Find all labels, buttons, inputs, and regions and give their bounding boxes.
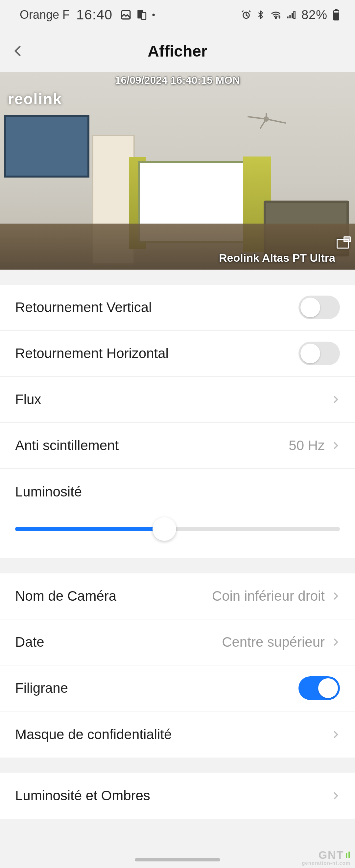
slider-fill [15, 527, 164, 531]
row-horizontal-flip: Retournement Horizontal [0, 331, 355, 377]
header: Afficher [0, 30, 355, 72]
watermark-toggle[interactable] [298, 676, 340, 700]
chevron-right-icon [331, 789, 340, 802]
carrier-label: Orange F [20, 8, 70, 22]
devices-icon [136, 9, 147, 20]
back-button[interactable] [0, 30, 36, 72]
battery-icon [332, 9, 341, 21]
source-watermark: GNTıl generation-nt.com [302, 849, 350, 865]
preview-brand-watermark: reolink [8, 90, 62, 108]
svg-rect-5 [287, 17, 289, 18]
camera-preview[interactable]: 16/09/2024 16:40:15 MON reolink Reolink … [0, 72, 355, 270]
row-privacy-mask[interactable]: Masque de confidentialité [0, 712, 355, 757]
row-stream[interactable]: Flux [0, 377, 355, 423]
preview-timestamp: 16/09/2024 16:40:15 MON [0, 74, 355, 87]
scene-decoration [4, 115, 89, 178]
image-icon [120, 9, 131, 20]
chevron-right-icon [331, 728, 340, 741]
svg-rect-10 [335, 9, 337, 10]
settings-group-overlay: Nom de Caméra Coin inférieur droit Date … [0, 574, 355, 757]
status-bar: Orange F 16:40 • 82% [0, 0, 355, 30]
bluetooth-icon [256, 9, 265, 20]
svg-rect-7 [292, 13, 293, 19]
row-date[interactable]: Date Centre supérieur [0, 619, 355, 665]
row-watermark: Filigrane [0, 665, 355, 712]
row-vertical-flip: Retournement Vertical [0, 285, 355, 331]
battery-text: 82% [301, 8, 327, 22]
ceiling-fan-icon [243, 112, 289, 125]
pip-icon[interactable] [336, 239, 349, 249]
row-label: Filigrane [15, 680, 68, 696]
svg-rect-11 [334, 11, 338, 12]
alarm-icon [241, 9, 252, 20]
vertical-flip-toggle[interactable] [298, 296, 340, 319]
wifi-icon [270, 9, 282, 20]
gesture-bar [135, 858, 220, 861]
row-label: Luminosité et Ombres [15, 788, 150, 804]
chevron-right-icon [331, 590, 340, 603]
row-label: Anti scintillement [15, 438, 119, 454]
preview-camera-name: Reolink Altas PT Ultra [219, 251, 335, 265]
row-value: Coin inférieur droit [212, 588, 325, 604]
page-title: Afficher [0, 42, 355, 60]
row-label: Date [15, 634, 44, 650]
chevron-right-icon [331, 636, 340, 649]
row-label: Luminosité [15, 484, 340, 500]
dot-icon: • [152, 9, 155, 20]
row-label: Flux [15, 392, 41, 407]
row-value: Centre supérieur [222, 634, 325, 650]
brightness-slider[interactable] [15, 522, 340, 536]
row-label: Nom de Caméra [15, 588, 116, 604]
row-label: Retournement Horizontal [15, 346, 169, 361]
row-brightness: Luminosité [0, 469, 355, 558]
svg-point-4 [275, 17, 277, 19]
svg-rect-6 [289, 15, 291, 19]
chevron-left-icon [11, 41, 25, 61]
row-label: Masque de confidentialité [15, 726, 171, 742]
row-antiflicker[interactable]: Anti scintillement 50 Hz [0, 423, 355, 469]
row-camera-name[interactable]: Nom de Caméra Coin inférieur droit [0, 574, 355, 619]
signal-icon [286, 9, 297, 20]
row-value: 50 Hz [289, 438, 325, 454]
horizontal-flip-toggle[interactable] [298, 342, 340, 365]
clock: 16:40 [76, 7, 112, 23]
settings-group-display: Retournement Vertical Retournement Horiz… [0, 285, 355, 558]
watermark-brand: GNT [319, 848, 344, 861]
row-label: Retournement Vertical [15, 300, 152, 315]
svg-rect-8 [294, 11, 295, 18]
slider-thumb[interactable] [153, 517, 176, 541]
svg-rect-2 [142, 12, 146, 20]
row-brightness-shadows[interactable]: Luminosité et Ombres [0, 773, 355, 819]
chevron-right-icon [331, 393, 340, 406]
watermark-sub: generation-nt.com [302, 861, 350, 865]
chevron-right-icon [331, 439, 340, 452]
settings-group-advanced: Luminosité et Ombres [0, 773, 355, 819]
